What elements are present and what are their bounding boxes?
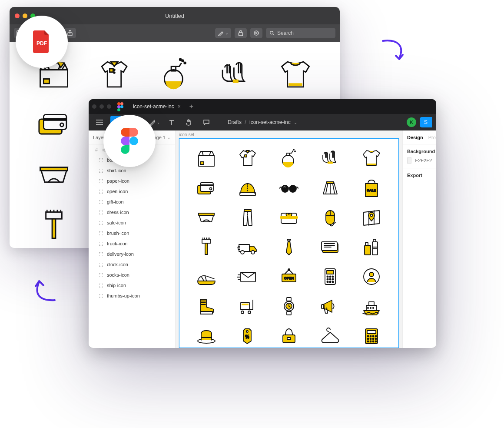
window-close-icon[interactable]: [92, 104, 96, 109]
layer-name: brush-icon: [107, 231, 129, 236]
svg-point-116: [375, 341, 376, 342]
sunglasses-icon[interactable]: [277, 176, 301, 200]
color-swatch[interactable]: [407, 157, 411, 164]
svg-point-76: [327, 278, 328, 280]
hanger-icon[interactable]: [318, 324, 342, 348]
svg-rect-91: [287, 311, 291, 315]
hat-icon[interactable]: [194, 324, 219, 348]
window-minimize-icon[interactable]: [99, 104, 104, 109]
layer-item[interactable]: dress-icon: [89, 207, 175, 217]
box-icon[interactable]: [194, 146, 219, 171]
skirt-icon[interactable]: [318, 176, 342, 200]
layer-item[interactable]: truck-icon: [89, 238, 175, 249]
gloves-icon[interactable]: [318, 146, 342, 171]
tie-icon[interactable]: [277, 235, 301, 259]
layer-item[interactable]: open-icon: [89, 186, 175, 197]
layer-item[interactable]: paper-icon: [89, 176, 175, 186]
watch-icon[interactable]: [277, 294, 301, 318]
polo-shirt-icon: [95, 55, 134, 94]
svg-point-78: [332, 278, 333, 280]
layer-name: dress-icon: [107, 210, 129, 215]
lock-button[interactable]: [235, 28, 247, 38]
window-zoom-icon[interactable]: [107, 104, 111, 109]
svg-rect-41: [287, 153, 289, 156]
calculator-large-icon[interactable]: [359, 324, 384, 348]
hair-dryer-icon[interactable]: [318, 294, 342, 318]
chevron-down-icon: ⌄: [294, 120, 297, 125]
svg-point-110: [370, 338, 371, 340]
handbag-icon[interactable]: [277, 324, 301, 348]
artboard-icon-set[interactable]: SALEOPEN%: [179, 138, 399, 348]
component-icon: [98, 231, 103, 236]
user-badge-icon[interactable]: [359, 264, 384, 289]
layer-name: gift-icon: [107, 199, 124, 204]
layer-item[interactable]: thumbs-up-icon: [89, 291, 175, 301]
svg-point-60: [251, 251, 255, 254]
svg-rect-90: [287, 298, 291, 301]
layer-item[interactable]: clock-icon: [89, 259, 175, 270]
svg-point-79: [327, 281, 328, 282]
figma-logo-icon[interactable]: [117, 102, 123, 111]
gift-card-icon[interactable]: [277, 205, 301, 230]
preview-search-input[interactable]: Search: [266, 28, 335, 38]
pants-icon[interactable]: [235, 205, 260, 230]
open-sign-icon[interactable]: OPEN: [277, 264, 301, 289]
svg-rect-14: [44, 79, 50, 84]
add-tab-button[interactable]: +: [186, 103, 197, 110]
svg-rect-39: [245, 155, 247, 157]
svg-rect-66: [365, 243, 368, 245]
svg-text:%: %: [245, 334, 249, 339]
svg-point-16: [114, 69, 115, 70]
tshirt-icon[interactable]: [359, 146, 384, 171]
design-tab[interactable]: Design: [407, 135, 423, 140]
credit-cards-icon: [34, 105, 73, 144]
markup-toolbar-button[interactable]: [250, 28, 262, 38]
layer-item[interactable]: delivery-icon: [89, 249, 175, 259]
layer-item[interactable]: ship-icon: [89, 280, 175, 291]
brush-icon[interactable]: [194, 235, 219, 259]
layer-name: sale-icon: [107, 220, 126, 225]
perfume-icon[interactable]: [277, 146, 301, 171]
hand-truck-icon[interactable]: [235, 294, 260, 318]
sale-bag-icon[interactable]: SALE: [359, 176, 384, 200]
svg-point-112: [375, 338, 376, 340]
underwear-icon[interactable]: [194, 205, 219, 230]
figma-canvas[interactable]: icon-set SALEOPEN%: [176, 130, 402, 348]
map-pin-icon[interactable]: [359, 205, 384, 230]
close-tab-icon[interactable]: ×: [178, 104, 181, 110]
svg-point-113: [367, 341, 368, 342]
layer-item[interactable]: socks-icon: [89, 270, 175, 280]
beanie-icon[interactable]: [235, 176, 260, 200]
ship-icon[interactable]: [359, 294, 384, 318]
layer-item[interactable]: gift-icon: [89, 197, 175, 207]
export-section-title[interactable]: Export: [407, 173, 432, 178]
envelope-icon[interactable]: [235, 264, 260, 289]
decorative-arrow-right: [380, 38, 406, 66]
component-icon: [98, 189, 103, 194]
delivery-truck-icon[interactable]: [235, 235, 260, 259]
pdf-file-icon: PDF: [32, 30, 51, 53]
svg-rect-64: [372, 242, 378, 255]
decorative-arrow-left: [32, 277, 58, 304]
svg-point-43: [295, 151, 295, 152]
polo-shirt-icon[interactable]: [235, 146, 260, 171]
mouse-icon[interactable]: [318, 205, 342, 230]
layer-item[interactable]: sale-icon: [89, 217, 175, 228]
figma-file-tab[interactable]: icon-set-acme-inc ×: [128, 99, 186, 114]
window-traffic-lights[interactable]: [92, 104, 111, 109]
prototype-tab[interactable]: Proto: [428, 135, 436, 140]
layer-item[interactable]: brush-icon: [89, 228, 175, 238]
calculator-icon[interactable]: [318, 264, 342, 289]
sandal-icon[interactable]: [194, 264, 219, 289]
credit-cards-icon[interactable]: [194, 176, 219, 200]
background-color-row[interactable]: F2F2F2: [407, 157, 432, 164]
markup-pen-button[interactable]: ⌄: [215, 28, 231, 38]
price-tag-icon[interactable]: %: [235, 324, 260, 348]
svg-rect-56: [202, 239, 211, 243]
svg-text:OPEN: OPEN: [284, 276, 294, 280]
svg-point-77: [329, 278, 331, 280]
tickets-icon[interactable]: [318, 235, 342, 259]
soap-dispenser-icon[interactable]: [359, 235, 384, 259]
boot-icon[interactable]: [194, 294, 219, 318]
svg-point-83: [369, 272, 374, 277]
